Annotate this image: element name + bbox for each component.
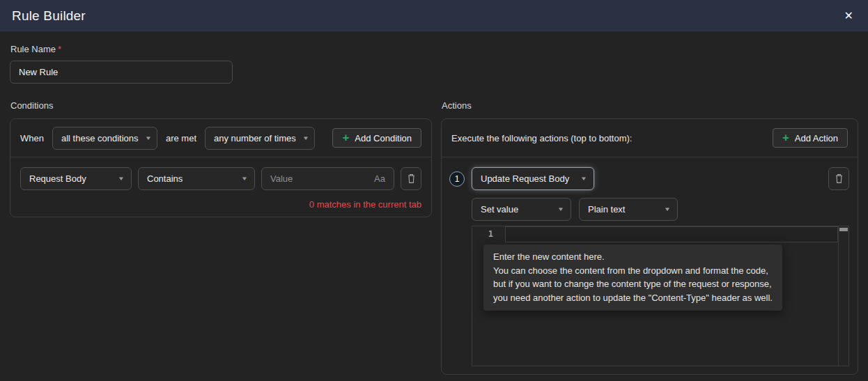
add-action-button[interactable]: + Add Action [773,128,848,148]
rule-builder-modal: Rule Builder ✕ Rule Name* Conditions Whe… [0,0,868,381]
editor-scrollbar[interactable] [838,226,848,366]
condition-value-input[interactable]: Value Aa [261,167,394,190]
editor-active-line [505,226,838,242]
tooltip-line: you need another action to update the "C… [493,291,773,305]
chevron-down-icon: ▼ [118,176,125,182]
action-config-row: Set value ▼ Plain text ▼ [442,190,858,221]
editor-line-number: 1 [472,226,493,242]
editor-hint-tooltip: Enter the new content here. You can choo… [483,244,782,311]
condition-field-value: Request Body [29,173,86,184]
condition-row: Request Body ▼ Contains ▼ Value Aa [10,157,431,190]
action-index-badge: 1 [449,171,465,187]
chevron-down-icon: ▼ [557,206,564,212]
chevron-down-icon: ▼ [241,176,248,182]
are-met-label: are met [166,133,196,143]
condition-match-type-dropdown[interactable]: all these conditions ▼ [52,127,157,150]
condition-frequency-value: any number of times [214,133,296,143]
condition-field-dropdown[interactable]: Request Body ▼ [20,167,132,190]
condition-match-type-value: all these conditions [61,133,139,143]
tooltip-line: You can choose the content from the drop… [493,264,773,278]
add-condition-button[interactable]: + Add Condition [332,128,421,148]
delete-action-button[interactable] [828,167,849,190]
condition-value-placeholder: Value [270,173,293,184]
actions-panel: Execute the following actions (top to bo… [441,118,858,375]
required-asterisk: * [58,44,61,54]
action-format-dropdown[interactable]: Plain text ▼ [579,198,678,221]
actions-section-label: Actions [442,100,858,111]
actions-header-text: Execute the following actions (top to bo… [451,133,632,143]
actions-panel-header: Execute the following actions (top to bo… [442,119,858,157]
action-type-value: Update Request Body [481,173,569,184]
matches-status-text: 0 matches in the current tab [10,190,431,210]
trash-icon [835,173,844,184]
plus-icon: + [342,132,349,143]
when-label: When [20,133,44,143]
modal-body: Rule Name* Conditions When all these con… [0,31,868,375]
plus-icon: + [782,132,789,143]
content-code-editor[interactable]: 1 Enter the new content here. You can ch… [472,226,849,366]
conditions-panel: When all these conditions ▼ are met any … [10,118,432,217]
tooltip-line: Enter the new content here. [493,250,773,264]
action-mode-dropdown[interactable]: Set value ▼ [472,198,571,221]
condition-frequency-dropdown[interactable]: any number of times ▼ [205,127,315,150]
conditions-section-label: Conditions [10,100,432,111]
chevron-down-icon: ▼ [144,135,151,141]
close-icon[interactable]: ✕ [842,9,856,23]
rule-name-label: Rule Name* [10,44,858,54]
add-condition-label: Add Condition [355,133,412,143]
rule-name-input[interactable] [10,61,233,84]
add-action-label: Add Action [795,133,838,143]
modal-header: Rule Builder ✕ [0,0,868,31]
action-format-value: Plain text [588,204,625,215]
action-mode-value: Set value [481,204,518,215]
trash-icon [407,173,416,184]
action-row: 1 Update Request Body ▼ [442,157,858,190]
rule-name-label-text: Rule Name [10,44,56,54]
tooltip-line: but if you want to change the content ty… [493,277,773,291]
chevron-down-icon: ▼ [580,176,587,182]
condition-operator-value: Contains [147,173,183,184]
condition-operator-dropdown[interactable]: Contains ▼ [138,167,255,190]
page-title: Rule Builder [12,8,86,24]
conditions-panel-header: When all these conditions ▼ are met any … [10,119,431,157]
action-type-dropdown[interactable]: Update Request Body ▼ [472,167,594,190]
chevron-down-icon: ▼ [664,206,671,212]
editor-scrollbar-thumb[interactable] [839,228,848,231]
delete-condition-button[interactable] [401,167,421,190]
case-sensitivity-toggle[interactable]: Aa [374,173,385,184]
chevron-down-icon: ▼ [302,135,309,141]
